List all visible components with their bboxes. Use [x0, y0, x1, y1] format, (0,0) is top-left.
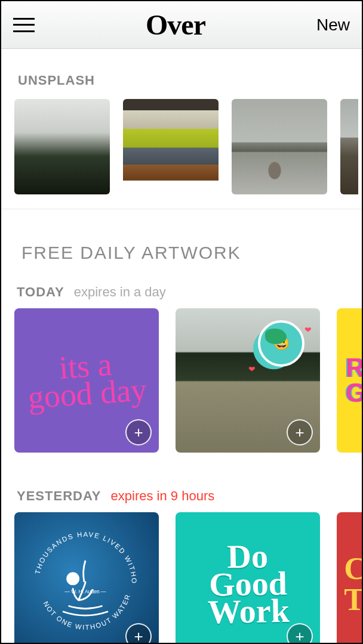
add-button[interactable]: +: [125, 623, 152, 644]
svg-text:— W. H. Auden —: — W. H. Auden —: [64, 589, 106, 595]
add-button[interactable]: +: [287, 623, 313, 644]
unsplash-tile[interactable]: [123, 99, 219, 194]
yesterday-scroller[interactable]: THOUSANDS HAVE LIVED WITHOUT LOVE NOT ON…: [1, 512, 362, 644]
plus-icon: +: [134, 425, 143, 440]
today-expires: expires in a day: [74, 284, 166, 299]
artwork-text: Do Good Work: [206, 543, 289, 626]
artwork-card[interactable]: R G: [337, 308, 362, 453]
artwork-card[interactable]: 😃 ❤ ❤ +: [176, 308, 320, 453]
add-button[interactable]: +: [125, 419, 152, 445]
artwork-text: its a good day: [25, 349, 147, 411]
today-label: TODAY: [17, 284, 64, 299]
artwork-card[interactable]: Do Good Work +: [176, 512, 320, 644]
plus-icon: +: [295, 628, 304, 644]
plus-icon: +: [295, 425, 304, 440]
heart-icon: ❤: [304, 325, 312, 335]
unsplash-tile[interactable]: [232, 99, 327, 194]
artwork-card[interactable]: THOUSANDS HAVE LIVED WITHOUT LOVE NOT ON…: [14, 512, 159, 644]
artwork-card[interactable]: its a good day +: [14, 308, 159, 453]
artwork-card[interactable]: C T: [337, 512, 362, 644]
today-scroller[interactable]: its a good day + 😃 ❤ ❤ + R G: [1, 308, 362, 453]
navbar: Over New: [1, 1, 362, 49]
today-subheading: TODAY expires in a day: [1, 281, 362, 308]
app-logo: Over: [146, 8, 205, 41]
menu-icon[interactable]: [13, 18, 35, 32]
yesterday-expires: expires in 9 hours: [111, 488, 215, 503]
daily-artwork-heading: FREE DAILY ARTWORK: [1, 209, 362, 281]
heart-icon: ❤: [248, 364, 256, 374]
circular-text-icon: THOUSANDS HAVE LIVED WITHOUT LOVE NOT ON…: [29, 527, 142, 640]
earth-sticker-icon: 😃: [258, 320, 304, 367]
add-button[interactable]: +: [287, 419, 313, 445]
unsplash-section-label: UNSPLASH: [1, 73, 362, 88]
artwork-text: R G: [337, 355, 362, 405]
new-button[interactable]: New: [316, 16, 350, 35]
artwork-text: C T: [337, 553, 362, 615]
unsplash-tile[interactable]: [14, 99, 110, 194]
svg-point-3: [67, 573, 79, 584]
yesterday-label: YESTERDAY: [17, 488, 101, 503]
unsplash-tile[interactable]: [340, 99, 358, 194]
yesterday-subheading: YESTERDAY expires in 9 hours: [1, 485, 362, 512]
unsplash-scroller[interactable]: [1, 88, 362, 194]
plus-icon: +: [134, 628, 143, 644]
main-content: UNSPLASH FREE DAILY ARTWORK TODAY expire…: [1, 49, 362, 644]
svg-text:NOT ONE WITHOUT WATER: NOT ONE WITHOUT WATER: [42, 593, 132, 631]
